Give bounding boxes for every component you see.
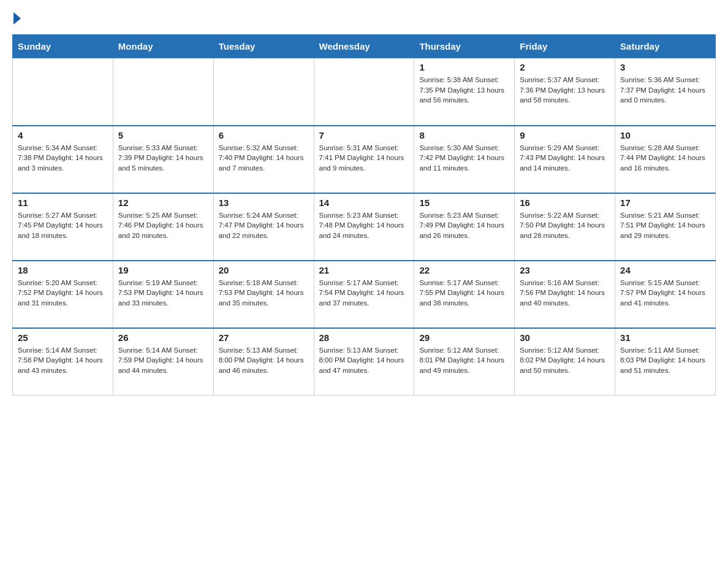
weekday-header-friday: Friday: [515, 35, 615, 58]
calendar-cell: 29Sunrise: 5:12 AM Sunset: 8:01 PM Dayli…: [414, 328, 515, 396]
day-info: Sunrise: 5:36 AM Sunset: 7:37 PM Dayligh…: [620, 75, 710, 105]
calendar-cell: 18Sunrise: 5:20 AM Sunset: 7:52 PM Dayli…: [13, 261, 113, 328]
day-number: 23: [520, 265, 610, 275]
calendar-cell: 24Sunrise: 5:15 AM Sunset: 7:57 PM Dayli…: [615, 261, 716, 328]
day-number: 10: [620, 130, 710, 140]
day-info: Sunrise: 5:14 AM Sunset: 7:58 PM Dayligh…: [18, 345, 108, 376]
calendar-cell: 12Sunrise: 5:25 AM Sunset: 7:46 PM Dayli…: [113, 193, 213, 261]
day-number: 5: [118, 130, 208, 140]
calendar-cell: 22Sunrise: 5:17 AM Sunset: 7:55 PM Dayli…: [414, 261, 515, 328]
day-info: Sunrise: 5:11 AM Sunset: 8:03 PM Dayligh…: [620, 345, 710, 376]
weekday-header-saturday: Saturday: [615, 35, 716, 58]
day-info: Sunrise: 5:20 AM Sunset: 7:52 PM Dayligh…: [18, 278, 108, 308]
day-info: Sunrise: 5:12 AM Sunset: 8:01 PM Dayligh…: [419, 345, 509, 376]
day-info: Sunrise: 5:18 AM Sunset: 7:53 PM Dayligh…: [219, 278, 309, 308]
calendar-cell: 7Sunrise: 5:31 AM Sunset: 7:41 PM Daylig…: [314, 126, 414, 193]
calendar-cell: [13, 58, 113, 126]
day-info: Sunrise: 5:16 AM Sunset: 7:56 PM Dayligh…: [520, 278, 610, 308]
calendar-week-row: 4Sunrise: 5:34 AM Sunset: 7:38 PM Daylig…: [13, 126, 716, 193]
weekday-header-thursday: Thursday: [414, 35, 515, 58]
day-info: Sunrise: 5:17 AM Sunset: 7:55 PM Dayligh…: [419, 278, 509, 308]
day-number: 12: [118, 197, 208, 208]
day-number: 27: [219, 332, 309, 343]
calendar-cell: 26Sunrise: 5:14 AM Sunset: 7:59 PM Dayli…: [113, 328, 213, 396]
day-info: Sunrise: 5:19 AM Sunset: 7:53 PM Dayligh…: [118, 278, 208, 308]
calendar-week-row: 11Sunrise: 5:27 AM Sunset: 7:45 PM Dayli…: [13, 193, 716, 261]
day-info: Sunrise: 5:22 AM Sunset: 7:50 PM Dayligh…: [520, 210, 610, 241]
calendar-cell: 5Sunrise: 5:33 AM Sunset: 7:39 PM Daylig…: [113, 126, 213, 193]
day-number: 30: [520, 332, 610, 343]
calendar-cell: 23Sunrise: 5:16 AM Sunset: 7:56 PM Dayli…: [515, 261, 615, 328]
weekday-header-row: SundayMondayTuesdayWednesdayThursdayFrid…: [13, 35, 716, 58]
page-header: [12, 12, 716, 25]
day-info: Sunrise: 5:23 AM Sunset: 7:49 PM Dayligh…: [419, 210, 509, 241]
day-info: Sunrise: 5:29 AM Sunset: 7:43 PM Dayligh…: [520, 143, 610, 174]
calendar-cell: 17Sunrise: 5:21 AM Sunset: 7:51 PM Dayli…: [615, 193, 716, 261]
calendar-cell: 9Sunrise: 5:29 AM Sunset: 7:43 PM Daylig…: [515, 126, 615, 193]
calendar-cell: 20Sunrise: 5:18 AM Sunset: 7:53 PM Dayli…: [213, 261, 314, 328]
day-number: 4: [18, 130, 108, 140]
calendar-cell: 11Sunrise: 5:27 AM Sunset: 7:45 PM Dayli…: [13, 193, 113, 261]
calendar-cell: 21Sunrise: 5:17 AM Sunset: 7:54 PM Dayli…: [314, 261, 414, 328]
day-number: 14: [319, 197, 409, 208]
day-info: Sunrise: 5:23 AM Sunset: 7:48 PM Dayligh…: [319, 210, 409, 241]
calendar-cell: [213, 58, 314, 126]
day-number: 25: [18, 332, 108, 343]
day-info: Sunrise: 5:14 AM Sunset: 7:59 PM Dayligh…: [118, 345, 208, 376]
day-info: Sunrise: 5:31 AM Sunset: 7:41 PM Dayligh…: [319, 143, 409, 174]
weekday-header-wednesday: Wednesday: [314, 35, 414, 58]
calendar-cell: 19Sunrise: 5:19 AM Sunset: 7:53 PM Dayli…: [113, 261, 213, 328]
day-info: Sunrise: 5:12 AM Sunset: 8:02 PM Dayligh…: [520, 345, 610, 376]
day-number: 3: [620, 62, 710, 72]
calendar-cell: 4Sunrise: 5:34 AM Sunset: 7:38 PM Daylig…: [13, 126, 113, 193]
day-number: 2: [520, 62, 610, 72]
calendar-cell: 3Sunrise: 5:36 AM Sunset: 7:37 PM Daylig…: [615, 58, 716, 126]
logo: [12, 12, 22, 25]
calendar-week-row: 18Sunrise: 5:20 AM Sunset: 7:52 PM Dayli…: [13, 261, 716, 328]
day-info: Sunrise: 5:33 AM Sunset: 7:39 PM Dayligh…: [118, 143, 208, 174]
calendar-week-row: 25Sunrise: 5:14 AM Sunset: 7:58 PM Dayli…: [13, 328, 716, 396]
day-info: Sunrise: 5:25 AM Sunset: 7:46 PM Dayligh…: [118, 210, 208, 241]
calendar-cell: 13Sunrise: 5:24 AM Sunset: 7:47 PM Dayli…: [213, 193, 314, 261]
day-number: 20: [219, 265, 309, 275]
calendar-cell: 16Sunrise: 5:22 AM Sunset: 7:50 PM Dayli…: [515, 193, 615, 261]
calendar-cell: 25Sunrise: 5:14 AM Sunset: 7:58 PM Dayli…: [13, 328, 113, 396]
calendar-cell: 1Sunrise: 5:38 AM Sunset: 7:35 PM Daylig…: [414, 58, 515, 126]
day-info: Sunrise: 5:37 AM Sunset: 7:36 PM Dayligh…: [520, 75, 610, 105]
day-number: 24: [620, 265, 710, 275]
day-info: Sunrise: 5:30 AM Sunset: 7:42 PM Dayligh…: [419, 143, 509, 174]
day-number: 13: [219, 197, 309, 208]
day-number: 22: [419, 265, 509, 275]
day-info: Sunrise: 5:17 AM Sunset: 7:54 PM Dayligh…: [319, 278, 409, 308]
day-info: Sunrise: 5:15 AM Sunset: 7:57 PM Dayligh…: [620, 278, 710, 308]
logo-triangle-icon: [13, 12, 21, 25]
day-number: 11: [18, 197, 108, 208]
calendar-header: SundayMondayTuesdayWednesdayThursdayFrid…: [13, 35, 716, 58]
day-number: 7: [319, 130, 409, 140]
day-number: 28: [319, 332, 409, 343]
day-number: 6: [219, 130, 309, 140]
calendar-table: SundayMondayTuesdayWednesdayThursdayFrid…: [12, 34, 716, 396]
calendar-cell: [113, 58, 213, 126]
weekday-header-tuesday: Tuesday: [213, 35, 314, 58]
day-number: 21: [319, 265, 409, 275]
day-number: 19: [118, 265, 208, 275]
calendar-cell: 28Sunrise: 5:13 AM Sunset: 8:00 PM Dayli…: [314, 328, 414, 396]
calendar-cell: [314, 58, 414, 126]
calendar-cell: 2Sunrise: 5:37 AM Sunset: 7:36 PM Daylig…: [515, 58, 615, 126]
day-info: Sunrise: 5:34 AM Sunset: 7:38 PM Dayligh…: [18, 143, 108, 174]
calendar-cell: 15Sunrise: 5:23 AM Sunset: 7:49 PM Dayli…: [414, 193, 515, 261]
calendar-cell: 6Sunrise: 5:32 AM Sunset: 7:40 PM Daylig…: [213, 126, 314, 193]
day-info: Sunrise: 5:38 AM Sunset: 7:35 PM Dayligh…: [419, 75, 509, 105]
day-info: Sunrise: 5:13 AM Sunset: 8:00 PM Dayligh…: [319, 345, 409, 376]
day-info: Sunrise: 5:24 AM Sunset: 7:47 PM Dayligh…: [219, 210, 309, 241]
day-number: 9: [520, 130, 610, 140]
day-info: Sunrise: 5:28 AM Sunset: 7:44 PM Dayligh…: [620, 143, 710, 174]
day-number: 26: [118, 332, 208, 343]
calendar-cell: 27Sunrise: 5:13 AM Sunset: 8:00 PM Dayli…: [213, 328, 314, 396]
calendar-cell: 8Sunrise: 5:30 AM Sunset: 7:42 PM Daylig…: [414, 126, 515, 193]
day-info: Sunrise: 5:13 AM Sunset: 8:00 PM Dayligh…: [219, 345, 309, 376]
calendar-cell: 14Sunrise: 5:23 AM Sunset: 7:48 PM Dayli…: [314, 193, 414, 261]
day-number: 1: [419, 62, 509, 72]
calendar-cell: 10Sunrise: 5:28 AM Sunset: 7:44 PM Dayli…: [615, 126, 716, 193]
